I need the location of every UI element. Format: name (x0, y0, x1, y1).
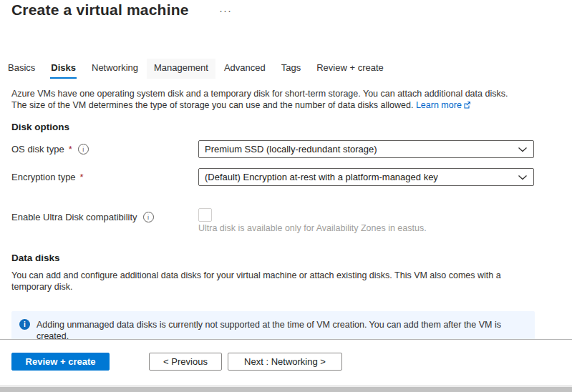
chevron-down-icon (518, 174, 528, 181)
info-icon[interactable]: i (78, 144, 89, 155)
tab-management[interactable]: Management (147, 59, 215, 79)
os-disk-type-label: OS disk type*i (11, 144, 89, 155)
footer-bar: Review + create < Previous Next : Networ… (0, 339, 572, 386)
encryption-type-dropdown[interactable]: (Default) Encryption at-rest with a plat… (198, 168, 534, 186)
info-icon[interactable]: i (143, 212, 154, 222)
tab-basics[interactable]: Basics (1, 59, 42, 79)
data-disks-heading: Data disks (11, 253, 60, 263)
os-disk-type-dropdown[interactable]: Premium SSD (locally-redundant storage) (198, 140, 534, 158)
next-networking-button[interactable]: Next : Networking > (228, 353, 342, 371)
intro-text: Azure VMs have one operating system disk… (11, 88, 566, 111)
tab-advanced[interactable]: Advanced (217, 59, 273, 79)
tab-networking[interactable]: Networking (84, 59, 145, 79)
chevron-down-icon (518, 146, 528, 153)
os-disk-type-value: Premium SSD (locally-redundant storage) (205, 144, 377, 155)
ultra-disk-label: Enable Ultra Disk compatibilityi (11, 212, 154, 222)
required-marker: * (80, 172, 84, 182)
required-marker: * (69, 144, 72, 155)
ultra-disk-note: Ultra disk is available only for Availab… (198, 223, 427, 233)
intro-line2: The size of the VM determines the type o… (11, 100, 413, 110)
external-link-icon (463, 101, 471, 109)
review-create-button[interactable]: Review + create (11, 353, 110, 371)
more-options-button[interactable]: ··· (219, 4, 232, 16)
tab-disks[interactable]: Disks (44, 59, 83, 79)
tab-review-create[interactable]: Review + create (309, 59, 391, 79)
page-title: Create a virtual machine (11, 1, 189, 19)
data-disks-description: You can add and configure additional dat… (11, 270, 559, 293)
disk-options-heading: Disk options (11, 122, 69, 132)
scrollbar-thumb[interactable] (0, 387, 572, 392)
encryption-type-value: (Default) Encryption at-rest with a plat… (205, 172, 438, 182)
learn-more-link[interactable]: Learn more (416, 100, 471, 110)
intro-line1: Azure VMs have one operating system disk… (11, 89, 508, 99)
horizontal-scrollbar[interactable] (0, 385, 572, 392)
encryption-type-label: Encryption type* (11, 172, 84, 182)
ultra-disk-checkbox[interactable] (198, 208, 212, 222)
previous-button[interactable]: < Previous (149, 353, 222, 371)
tab-bar: Basics Disks Networking Management Advan… (1, 59, 391, 79)
info-banner-icon: i (19, 319, 30, 330)
tab-tags[interactable]: Tags (274, 59, 308, 79)
